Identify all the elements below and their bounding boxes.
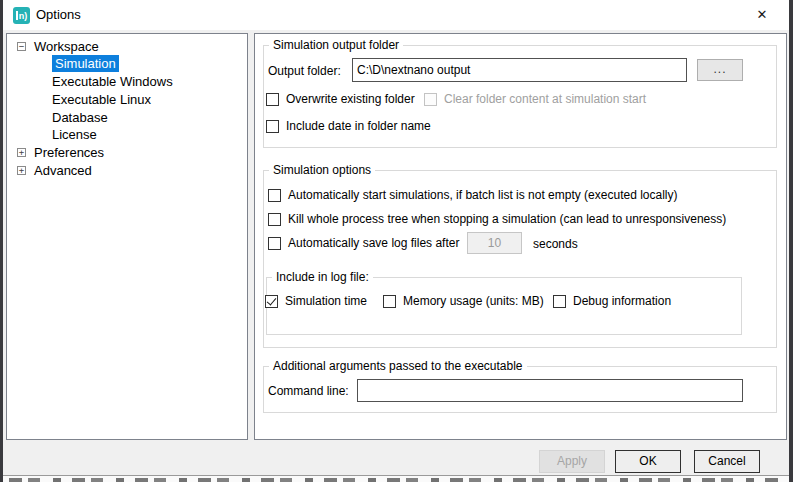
group-title: Simulation options [269, 163, 375, 177]
cancel-button[interactable]: Cancel [694, 450, 760, 473]
tree-item-preferences[interactable]: + Preferences [8, 144, 246, 161]
checkbox-box [268, 189, 281, 202]
output-folder-input[interactable] [352, 58, 687, 82]
checkbox-box [266, 120, 279, 133]
collapse-icon[interactable]: − [17, 42, 26, 51]
browse-button[interactable]: ... [697, 59, 743, 81]
background-text-smudge [9, 478, 783, 482]
tree-item-database[interactable]: Database [8, 109, 246, 126]
debug-information-checkbox[interactable]: Debug information [553, 294, 671, 308]
checkbox-box [424, 93, 437, 106]
expand-icon[interactable]: + [17, 166, 26, 175]
options-dialog-screen: n) Options ✕ − Workspace Simulation Exec… [0, 0, 793, 482]
output-folder-label: Output folder: [268, 64, 341, 78]
checkbox-box-checked [265, 295, 278, 308]
group-title: Simulation output folder [269, 38, 403, 52]
checkbox-box [383, 295, 396, 308]
close-icon[interactable]: ✕ [745, 0, 779, 30]
command-line-label: Command line: [268, 384, 349, 398]
checkbox-box [268, 213, 281, 226]
overwrite-existing-folder-checkbox[interactable]: Overwrite existing folder [266, 92, 415, 106]
auto-save-log-checkbox[interactable]: Automatically save log files after [268, 236, 459, 250]
checkbox-box [553, 295, 566, 308]
tree-item-workspace[interactable]: − Workspace [8, 38, 246, 55]
tree-item-executable-linux[interactable]: Executable Linux [8, 91, 246, 108]
checkbox-box [266, 93, 279, 106]
tree-item-license[interactable]: License [8, 126, 246, 143]
kill-process-tree-checkbox[interactable]: Kill whole process tree when stopping a … [268, 212, 726, 226]
apply-button[interactable]: Apply [539, 450, 605, 473]
nextnano-logo-icon: n) [13, 7, 30, 24]
memory-usage-checkbox[interactable]: Memory usage (units: MB) [383, 294, 544, 308]
logo-text: n) [19, 11, 28, 21]
checkbox-box [268, 237, 281, 250]
simulation-time-checkbox[interactable]: Simulation time [265, 294, 367, 308]
clear-folder-content-checkbox: Clear folder content at simulation start [424, 92, 646, 106]
settings-tree: − Workspace Simulation Executable Window… [6, 33, 248, 440]
tree-item-simulation[interactable]: Simulation [8, 55, 246, 72]
ok-button[interactable]: OK [615, 450, 681, 473]
command-line-input[interactable] [357, 379, 743, 402]
auto-start-simulations-checkbox[interactable]: Automatically start simulations, if batc… [268, 188, 677, 202]
group-title: Additional arguments passed to the execu… [269, 359, 527, 373]
tree-item-executable-windows[interactable]: Executable Windows [8, 73, 246, 90]
tree-item-advanced[interactable]: + Advanced [8, 162, 246, 179]
group-title: Include in log file: [272, 270, 373, 284]
expand-icon[interactable]: + [17, 148, 26, 157]
include-date-checkbox[interactable]: Include date in folder name [266, 119, 431, 133]
auto-save-seconds-input [467, 232, 522, 254]
window-title: Options [36, 0, 81, 30]
seconds-label: seconds [533, 237, 578, 251]
title-bar: n) Options ✕ [3, 0, 789, 30]
background-window-right-edge [789, 0, 793, 482]
background-window-bottom-strip [3, 475, 789, 482]
background-window-left-edge [0, 0, 3, 482]
logo-bar [16, 11, 18, 20]
